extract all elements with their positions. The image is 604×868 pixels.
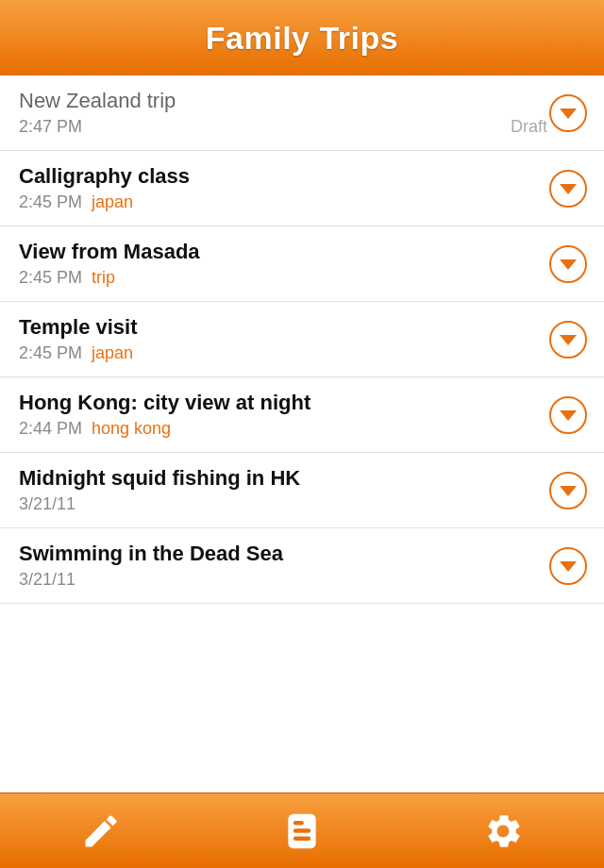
item-title: New Zealand trip — [19, 89, 547, 113]
chevron-down-icon — [560, 184, 577, 194]
list-item: View from Masada2:45 PMtrip — [0, 226, 604, 302]
item-time: 2:44 PM — [19, 419, 82, 439]
item-time: 2:47 PM — [19, 117, 82, 137]
app-header: Family Trips — [0, 0, 604, 75]
app-title: Family Trips — [206, 20, 398, 57]
item-meta: 3/21/11 — [19, 494, 76, 514]
chevron-down-icon — [560, 410, 577, 421]
chevron-down-icon — [560, 335, 577, 345]
item-meta-row: 3/21/11 — [19, 570, 547, 590]
chevron-circle — [549, 396, 587, 434]
bottom-toolbar — [0, 793, 604, 868]
chevron-button[interactable] — [547, 319, 589, 360]
item-meta-row: 2:47 PMDraft — [19, 117, 547, 137]
chevron-circle — [549, 472, 587, 509]
chevron-button[interactable] — [547, 394, 589, 436]
list-item: Calligraphy class2:45 PMjapan — [0, 151, 604, 226]
item-meta: 3/21/11 — [19, 570, 76, 590]
list-item: Swimming in the Dead Sea3/21/11 — [0, 528, 604, 604]
item-title: Swimming in the Dead Sea — [19, 542, 547, 566]
item-title: Hong Kong: city view at night — [19, 391, 547, 415]
chevron-button[interactable] — [547, 545, 589, 587]
item-meta-row: 2:45 PMjapan — [19, 192, 547, 212]
chevron-circle — [549, 170, 587, 208]
chevron-button[interactable] — [547, 243, 589, 285]
item-time: 2:45 PM — [19, 192, 82, 212]
chevron-down-icon — [560, 486, 577, 496]
chevron-button[interactable] — [547, 168, 589, 209]
item-time: 2:45 PM — [19, 268, 82, 288]
item-title: Calligraphy class — [19, 164, 547, 189]
settings-button[interactable] — [465, 803, 541, 860]
item-content: Hong Kong: city view at night2:44 PMhong… — [19, 391, 547, 439]
item-tag: hong kong — [92, 419, 171, 439]
item-content: Swimming in the Dead Sea3/21/11 — [19, 542, 547, 590]
chevron-circle — [549, 245, 587, 283]
svg-rect-2 — [294, 828, 310, 833]
chevron-button[interactable] — [547, 92, 589, 134]
svg-rect-1 — [294, 821, 304, 826]
chevron-down-icon — [560, 259, 577, 270]
item-meta: 2:45 PMjapan — [19, 192, 133, 212]
list-item: Temple visit2:45 PMjapan — [0, 302, 604, 377]
item-tag: japan — [92, 343, 133, 363]
item-meta: 2:45 PMjapan — [19, 343, 133, 363]
item-time: 3/21/11 — [19, 570, 76, 590]
item-meta-row: 2:45 PMtrip — [19, 268, 547, 288]
trips-list: New Zealand trip2:47 PMDraftCalligraphy … — [0, 75, 604, 793]
item-content: New Zealand trip2:47 PMDraft — [19, 89, 547, 137]
item-content: View from Masada2:45 PMtrip — [19, 240, 547, 288]
item-title: Midnight squid fishing in HK — [19, 466, 547, 491]
item-meta: 2:45 PMtrip — [19, 268, 115, 288]
item-title: View from Masada — [19, 240, 547, 264]
pencil-button[interactable] — [63, 803, 139, 860]
item-content: Temple visit2:45 PMjapan — [19, 315, 547, 363]
item-tag: trip — [92, 268, 115, 288]
chevron-down-icon — [560, 561, 577, 572]
gear-icon — [482, 810, 524, 852]
chevron-down-icon — [560, 108, 577, 119]
item-meta-row: 3/21/11 — [19, 494, 547, 514]
chevron-circle — [549, 94, 587, 132]
item-meta-row: 2:45 PMjapan — [19, 343, 547, 363]
item-time: 2:45 PM — [19, 343, 82, 363]
blogger-icon — [281, 810, 323, 852]
pencil-icon — [80, 810, 122, 852]
item-meta: 2:47 PM — [19, 117, 82, 137]
blogger-button[interactable] — [264, 803, 340, 860]
item-time: 3/21/11 — [19, 494, 76, 514]
list-item: Hong Kong: city view at night2:44 PMhong… — [0, 377, 604, 453]
list-item: Midnight squid fishing in HK3/21/11 — [0, 453, 604, 528]
item-tag: japan — [92, 192, 133, 212]
item-title: Temple visit — [19, 315, 547, 340]
chevron-circle — [549, 547, 587, 585]
list-item: New Zealand trip2:47 PMDraft — [0, 75, 604, 151]
item-content: Midnight squid fishing in HK3/21/11 — [19, 466, 547, 514]
item-content: Calligraphy class2:45 PMjapan — [19, 164, 547, 212]
chevron-circle — [549, 321, 587, 359]
item-status: Draft — [511, 117, 547, 137]
item-meta-row: 2:44 PMhong kong — [19, 419, 547, 439]
item-meta: 2:44 PMhong kong — [19, 419, 171, 439]
svg-rect-3 — [294, 836, 310, 841]
chevron-button[interactable] — [547, 470, 589, 511]
